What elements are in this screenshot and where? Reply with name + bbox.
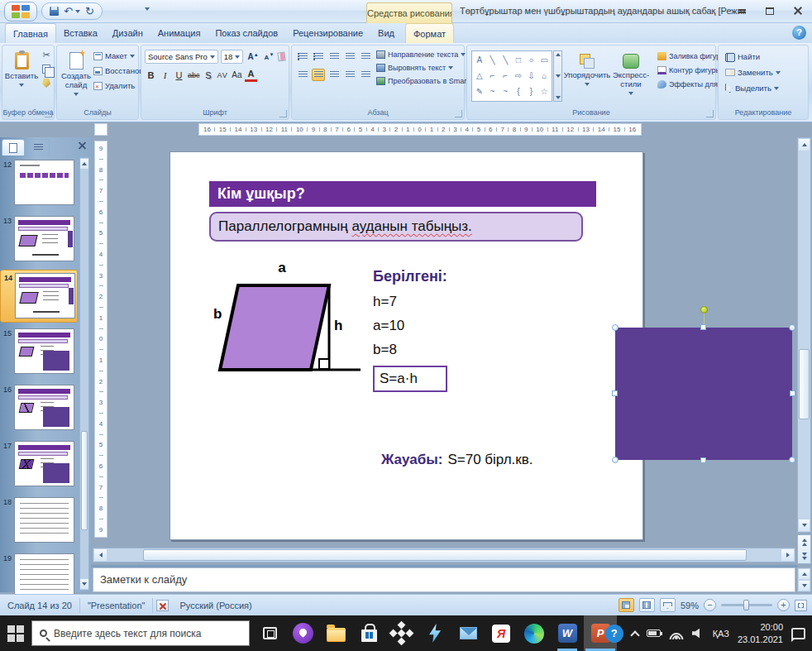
italic-button[interactable]: I: [159, 69, 171, 82]
battery-icon[interactable]: [647, 629, 661, 637]
grow-font-button[interactable]: A▲: [246, 51, 260, 62]
shape-pentagon-icon[interactable]: ⌂: [542, 72, 547, 80]
edge-icon[interactable]: [518, 615, 551, 651]
shape-line-icon[interactable]: ╲: [490, 56, 494, 65]
slide-thumbnail-16[interactable]: 16: [0, 382, 78, 435]
vertical-scroll-thumb[interactable]: [799, 349, 810, 419]
strikethrough-button[interactable]: abc: [187, 69, 201, 82]
zoom-out-button[interactable]: −: [704, 599, 716, 611]
horizontal-scroll-thumb[interactable]: [143, 549, 747, 561]
panel-scroll-down-icon[interactable]: [80, 579, 88, 589]
resize-handle-se[interactable]: [789, 457, 795, 463]
notes-pane[interactable]: Заметки к слайду: [93, 567, 795, 592]
scroll-up-icon[interactable]: [799, 139, 810, 151]
purple-drive-icon[interactable]: [286, 615, 319, 651]
decrease-indent-button[interactable]: [327, 50, 341, 63]
align-center-button[interactable]: [312, 69, 325, 81]
shape-arrow-line-icon[interactable]: ╲: [503, 56, 508, 65]
shape-right-brace-icon[interactable]: }: [530, 88, 533, 96]
notes-scroll-up-icon[interactable]: [799, 569, 810, 579]
tab-slides-thumbnails[interactable]: [2, 139, 25, 156]
office-button[interactable]: [4, 2, 37, 22]
language-switcher[interactable]: ҚАЗ: [713, 629, 729, 639]
panel-scrollbar[interactable]: [79, 157, 89, 591]
start-button-icon[interactable]: [7, 625, 24, 642]
panel-scroll-thumb[interactable]: [81, 431, 88, 530]
undo-icon[interactable]: ↶: [64, 6, 73, 17]
font-name-select[interactable]: Source Sans Pro: [145, 50, 218, 64]
notes-scroll-down-icon[interactable]: [799, 581, 810, 591]
resize-handle-e[interactable]: [790, 390, 795, 396]
scroll-right-icon[interactable]: [781, 549, 794, 561]
close-button[interactable]: [789, 4, 807, 17]
spell-check-icon[interactable]: [156, 600, 169, 611]
slide-title-banner[interactable]: Кім ұшқыр?: [209, 181, 596, 207]
shape-left-brace-icon[interactable]: {: [517, 88, 519, 96]
tab-animation[interactable]: Анимация: [150, 23, 208, 43]
bold-button[interactable]: B: [145, 69, 157, 82]
volume-icon[interactable]: [692, 628, 705, 639]
change-case-button[interactable]: Aa: [231, 69, 243, 82]
tab-insert[interactable]: Вставка: [56, 23, 105, 43]
resize-handle-s[interactable]: [700, 457, 706, 463]
vertical-scrollbar[interactable]: [797, 137, 811, 533]
help-button[interactable]: ?: [792, 26, 806, 40]
scroll-left-icon[interactable]: [94, 549, 107, 561]
word-icon[interactable]: W: [551, 615, 584, 651]
tab-view[interactable]: Вид: [370, 23, 402, 43]
tab-outline[interactable]: [26, 139, 50, 156]
replace-button[interactable]: Заменить: [725, 68, 781, 77]
shape-elbow-arrow-connector-icon[interactable]: ⌐: [503, 72, 508, 80]
task-view-icon[interactable]: [253, 615, 286, 651]
new-slide-button[interactable]: Создать слайд: [60, 49, 93, 96]
char-spacing-button[interactable]: AV: [217, 69, 229, 82]
slide-thumbnail-14[interactable]: 14: [0, 270, 78, 323]
shape-star-icon[interactable]: ☆: [541, 88, 548, 96]
shape-freeform-icon[interactable]: ✎: [476, 88, 483, 96]
tab-format[interactable]: Формат: [405, 23, 454, 43]
shadow-button[interactable]: S: [203, 69, 215, 82]
shape-arc-icon[interactable]: ~: [503, 88, 508, 96]
next-slide-button[interactable]: [802, 553, 807, 560]
restore-button[interactable]: [761, 4, 779, 17]
drawing-dialog-launcher[interactable]: [706, 110, 714, 117]
resize-handle-n[interactable]: [700, 324, 706, 330]
slide-sorter-button[interactable]: [639, 598, 655, 612]
slide-thumbnail-17[interactable]: 17: [0, 438, 78, 491]
customize-qat-icon[interactable]: [145, 7, 150, 11]
shrink-font-button[interactable]: A▼: [263, 51, 276, 62]
justify-button[interactable]: [343, 69, 356, 81]
dropbox-icon[interactable]: [385, 615, 418, 651]
minimize-button[interactable]: [733, 4, 751, 17]
font-color-button[interactable]: A: [245, 69, 257, 82]
tab-home[interactable]: Главная: [5, 23, 56, 43]
quick-styles-button[interactable]: Экспресс-стили: [608, 50, 654, 95]
undo-dropdown-icon[interactable]: [75, 10, 80, 13]
notes-scrollbar[interactable]: [797, 567, 811, 592]
underline-button[interactable]: U: [173, 69, 185, 82]
slide-thumbnail-13[interactable]: 13: [0, 213, 78, 266]
font-dialog-launcher[interactable]: [279, 110, 287, 117]
align-left-button[interactable]: [296, 69, 309, 81]
mail-icon[interactable]: [451, 615, 485, 651]
line-spacing-button[interactable]: [359, 50, 372, 63]
select-button[interactable]: Выделить: [725, 84, 781, 93]
zoom-slider-thumb[interactable]: [743, 600, 749, 610]
arrange-button[interactable]: Упорядочить: [566, 50, 608, 86]
clipboard-dialog-launcher[interactable]: [45, 110, 52, 117]
redo-icon[interactable]: ↻: [85, 6, 94, 17]
wifi-icon[interactable]: [669, 628, 684, 639]
increase-indent-button[interactable]: [343, 50, 356, 63]
font-size-select[interactable]: 18: [221, 50, 244, 64]
gallery-more-icon[interactable]: [556, 96, 561, 99]
slideshow-button[interactable]: [660, 598, 676, 612]
numbering-button[interactable]: [312, 50, 325, 63]
parallelogram-figure[interactable]: [203, 273, 369, 376]
rotate-handle[interactable]: [700, 306, 708, 314]
resize-handle-ne[interactable]: [789, 324, 795, 331]
tab-slideshow[interactable]: Показ слайдов: [208, 23, 285, 43]
zoom-in-button[interactable]: +: [777, 599, 790, 611]
zoom-slider[interactable]: [721, 604, 772, 606]
previous-slide-button[interactable]: [802, 539, 807, 546]
align-right-button[interactable]: [327, 69, 341, 81]
